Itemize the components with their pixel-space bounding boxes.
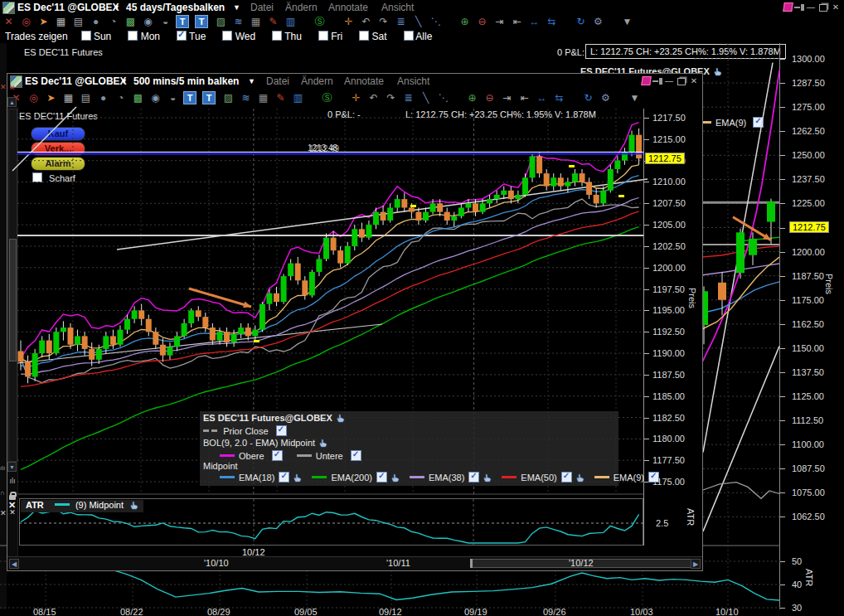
interval-selector[interactable]: 45 days/Tagesbalken — [126, 2, 225, 13]
menu-annotate[interactable]: Annotate — [328, 2, 368, 13]
map-plus-icon[interactable]: ▩ — [131, 91, 145, 104]
menu-annotate[interactable]: Annotate — [344, 75, 384, 87]
bar-spacing-left-icon[interactable]: ⇤ — [510, 15, 524, 28]
wrench-icon[interactable]: ⚙ — [591, 15, 605, 28]
map-plus-icon[interactable]: ▩ — [124, 15, 138, 28]
legend-item-ema18[interactable]: EMA(18) — [220, 473, 302, 483]
bar-spacing-right-icon[interactable]: ⇥ — [500, 91, 514, 104]
indicator-lines-icon[interactable]: ≣ — [394, 15, 408, 28]
clock-icon[interactable]: ◔ — [106, 15, 120, 28]
vertical-scrollbar-thumb[interactable] — [9, 239, 17, 361]
bars-icon[interactable]: ılı — [7, 477, 17, 485]
minimize-button[interactable]: — — [664, 76, 674, 85]
chevron-down-icon[interactable]: ▼ — [248, 77, 255, 85]
scroll-up-button[interactable]: ▲ — [7, 97, 17, 107]
day-filter-wed[interactable]: Wed — [222, 31, 255, 42]
redo-icon[interactable]: ↷ — [384, 91, 398, 104]
bar-compress-icon[interactable]: ⇆ — [545, 15, 559, 28]
layout-grid-icon[interactable]: ▦ — [256, 91, 270, 104]
wrench-icon[interactable]: ⚙ — [599, 91, 613, 104]
close-icon[interactable]: ✕ — [0, 83, 7, 91]
multi-line-icon[interactable]: ⋱ — [429, 15, 443, 28]
layout-grid-icon[interactable]: ▦ — [249, 15, 263, 28]
search-icon[interactable]: ◉ — [141, 15, 155, 28]
chart-plus-icon[interactable]: ▨ — [214, 15, 228, 28]
day-filter-alle[interactable]: Alle — [404, 31, 433, 42]
instrument-selector[interactable]: ES Dec'11 @GLOBEX — [25, 75, 127, 87]
close-button[interactable]: ✕ — [831, 2, 841, 12]
checkbox[interactable] — [561, 472, 572, 483]
crosshair-icon[interactable]: ✛ — [349, 91, 363, 104]
legend-item-ema200[interactable]: EMA(200) — [312, 473, 400, 483]
intraday-chart-window[interactable]: ES Dec'11 @GLOBEX ▼ 500 mins/5 min balke… — [7, 73, 703, 571]
circle-down-icon[interactable]: ◒ — [158, 15, 172, 28]
menu-ansicht[interactable]: Ansicht — [397, 75, 429, 87]
time-scrollbar[interactable]: ◀ '10/10 '10/11 '10/12 ▶ — [7, 556, 702, 570]
redo-icon[interactable]: ↷ — [376, 15, 390, 28]
pointer-flame-icon[interactable]: ➤ — [44, 91, 58, 104]
legend-item-ema9[interactable]: EMA(9) — [594, 473, 659, 483]
scroll-right-button[interactable]: ▶ — [691, 559, 701, 569]
interval-selector[interactable]: 500 mins/5 min balken — [133, 75, 239, 87]
atr-close-button[interactable]: ✕ — [8, 500, 16, 511]
checkbox[interactable] — [222, 31, 232, 41]
data-series-icon[interactable]: ● — [96, 91, 110, 104]
instrument-selector[interactable]: ES Dec'11 @GLOBEX — [17, 2, 119, 13]
checkbox[interactable] — [648, 472, 659, 483]
grid-icon[interactable]: ▦ — [61, 91, 75, 104]
pin-icon[interactable] — [794, 2, 804, 12]
day-filter-thu[interactable]: Thu — [272, 31, 302, 42]
grid-icon[interactable]: ▦ — [54, 15, 68, 28]
minimize-button[interactable]: — — [806, 2, 816, 12]
multi-line-icon[interactable]: ⋱ — [436, 91, 450, 104]
print-icon[interactable]: ▤ — [71, 15, 85, 28]
bars-icon[interactable]: ılı — [0, 464, 5, 472]
day-filter-fri[interactable]: Fri — [318, 31, 342, 42]
print-icon[interactable]: ▤ — [79, 91, 93, 104]
close-button[interactable]: ✕ — [689, 76, 699, 85]
text-tool-icon[interactable]: T — [183, 91, 196, 104]
dollar-icon[interactable]: Ⓢ — [320, 91, 334, 104]
dollar-icon[interactable]: Ⓢ — [313, 15, 327, 28]
legend-item-ema50[interactable]: EMA(50) — [502, 473, 584, 483]
bar-expand-icon[interactable]: ↔ — [527, 15, 541, 28]
line-tool-icon[interactable]: ╲ — [419, 91, 433, 104]
bar-expand-icon[interactable]: ↔ — [535, 91, 549, 104]
filter-icon[interactable]: ▼ — [628, 91, 642, 104]
pin-icon[interactable] — [652, 76, 662, 85]
pencil-icon[interactable]: ✎ — [274, 91, 288, 104]
menu-aendern[interactable]: Ändern — [301, 75, 333, 87]
zoom-out-icon[interactable]: ⊖ — [483, 91, 497, 104]
wave-icon[interactable]: ≋ — [239, 91, 253, 104]
bar-chart-icon[interactable]: ▥ — [284, 15, 298, 28]
bar-chart-icon[interactable]: ▥ — [291, 91, 305, 104]
restore-button[interactable] — [817, 2, 827, 12]
checkbox[interactable] — [404, 31, 414, 41]
workspace-cube-icon[interactable] — [641, 76, 651, 85]
workspace-cube-icon[interactable] — [783, 2, 793, 12]
daily-price-chart[interactable] — [695, 43, 779, 546]
menu-datei[interactable]: Datei — [250, 2, 274, 13]
chevron-down-icon[interactable]: ▼ — [233, 3, 240, 12]
zoom-in-icon[interactable]: ⊕ — [465, 91, 479, 104]
bar-spacing-left-icon[interactable]: ⇤ — [517, 91, 531, 104]
legend-title[interactable]: ES DEC'11 Futures@GLOBEX — [203, 413, 345, 423]
undo-icon[interactable]: ↶ — [359, 15, 373, 28]
day-filter-sun[interactable]: Sun — [81, 31, 112, 42]
thumb-left-grip[interactable] — [470, 559, 473, 568]
legend-item-ema38[interactable]: EMA(38) — [410, 473, 492, 483]
legend-bol-title[interactable]: BOL(9, 2.0 - EMA) Midpoint — [203, 438, 327, 448]
restore-button[interactable] — [676, 76, 686, 85]
obere-checkbox[interactable] — [272, 450, 283, 461]
vertical-scrollbar[interactable] — [8, 109, 17, 462]
zoom-out-icon[interactable]: ⊖ — [475, 15, 489, 28]
checkbox[interactable] — [279, 472, 289, 483]
refresh-icon[interactable]: ↻ — [574, 15, 588, 28]
circle-down-icon[interactable]: ◒ — [166, 91, 180, 104]
close-icon[interactable]: ✕ — [0, 509, 7, 517]
day-filter-sat[interactable]: Sat — [359, 31, 386, 42]
clock-icon[interactable]: ◔ — [114, 91, 128, 104]
lock-icon[interactable]: ∩ — [0, 489, 5, 497]
prior-close-checkbox[interactable] — [276, 425, 287, 436]
checkbox[interactable] — [318, 31, 328, 41]
